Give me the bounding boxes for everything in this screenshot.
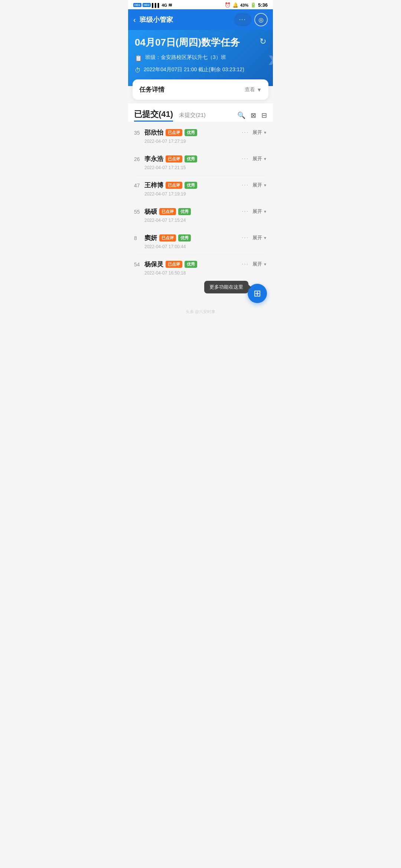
task-detail-title: 任务详情: [139, 85, 164, 94]
expand-arrow-icon: ▼: [263, 262, 267, 266]
badge-reviewed: 已点评: [166, 155, 182, 162]
tab-submitted[interactable]: 已提交(41): [134, 109, 173, 122]
student-number: 54: [134, 262, 142, 267]
student-time: 2022-04-07 16:50:18: [134, 270, 242, 276]
student-left: 26 李永浩 已点评 优秀 2022-04-07 17:21:15: [134, 155, 242, 170]
view-label: 查看: [245, 86, 255, 93]
student-right: ··· 展开 ▼: [242, 181, 267, 188]
student-name: 王梓博: [144, 181, 163, 190]
more-dots-button[interactable]: ···: [242, 182, 249, 188]
tab-unsubmitted[interactable]: 未提交(21): [179, 112, 206, 119]
expand-arrow-icon: ▼: [263, 131, 267, 135]
student-name-row: 54 杨保灵 已点评 优秀: [134, 260, 242, 269]
student-name-row: 47 王梓博 已点评 优秀: [134, 181, 242, 190]
deadline-row: ⏱ 2022年04月07日 21:00 截止(剩余 03:23:12): [135, 66, 266, 75]
signal-strength: ▌▌▌: [152, 3, 160, 7]
student-number: 55: [134, 209, 142, 215]
student-item: 35 邵欣怡 已点评 优秀 2022-04-07 17:27:19 ··· 展开…: [134, 123, 267, 149]
badge-reviewed: 已点评: [159, 208, 176, 215]
expand-button[interactable]: 展开 ▼: [252, 182, 267, 188]
badge-reviewed: 已点评: [159, 234, 176, 241]
more-dots-button[interactable]: ···: [242, 234, 249, 241]
student-right: ··· 展开 ▼: [242, 207, 267, 215]
student-time: 2022-04-07 17:15:24: [134, 218, 242, 223]
student-name-row: 55 杨硕 已点评 优秀: [134, 207, 242, 216]
hero-title: 04月07日(周四)数学任务: [135, 37, 266, 48]
expand-button[interactable]: 展开 ▼: [252, 155, 267, 162]
bell-icon: 🔔: [232, 2, 238, 8]
student-time: 2022-04-07 17:27:19: [134, 139, 242, 144]
student-time: 2022-04-07 17:21:15: [134, 165, 242, 170]
tabs-row: 已提交(41) 未提交(21) 🔍 ⊠ ⊟: [134, 109, 267, 122]
class-text: 班级：金安路校区茅以升七（3）班: [145, 53, 226, 61]
student-right: ··· 展开 ▼: [242, 234, 267, 241]
expand-button[interactable]: 展开 ▼: [252, 261, 267, 267]
clock-icon: ⏱: [135, 66, 141, 75]
badge-excellent: 优秀: [178, 208, 191, 215]
fab-icon: ⊞: [254, 288, 261, 299]
student-number: 47: [134, 183, 142, 188]
more-dots-button[interactable]: ···: [242, 261, 249, 267]
battery-icon: 🔋: [250, 2, 256, 8]
student-item: 26 李永浩 已点评 优秀 2022-04-07 17:21:15 ··· 展开…: [134, 149, 267, 176]
nav-actions: ··· ◎: [234, 13, 268, 26]
time-display: 5:36: [258, 2, 268, 8]
sort-icon[interactable]: ⊟: [261, 111, 267, 119]
signal-type: 4G: [162, 3, 167, 7]
task-detail-card: 任务详情 查看 ▼: [133, 79, 268, 100]
student-name-row: 8 窦妍 已点评 优秀: [134, 234, 242, 242]
more-button[interactable]: ···: [234, 13, 251, 26]
student-left: 47 王梓博 已点评 优秀 2022-04-07 17:19:19: [134, 181, 242, 197]
more-dots-button[interactable]: ···: [242, 129, 249, 136]
student-time: 2022-04-07 17:00:44: [134, 244, 242, 249]
student-name: 李永浩: [144, 155, 163, 163]
student-left: 54 杨保灵 已点评 优秀 2022-04-07 16:50:18: [134, 260, 242, 276]
student-right: ··· 展开 ▼: [242, 260, 267, 267]
student-name: 杨保灵: [144, 260, 163, 269]
task-detail-action[interactable]: 查看 ▼: [245, 86, 262, 93]
list-section: 已提交(41) 未提交(21) 🔍 ⊠ ⊟: [128, 103, 273, 122]
refresh-icon[interactable]: ↻: [260, 37, 266, 46]
student-right: ··· 展开 ▼: [242, 155, 267, 162]
battery-percent: 43%: [240, 3, 248, 7]
more-dots-button[interactable]: ···: [242, 155, 249, 162]
class-row: 📋 班级：金安路校区茅以升七（3）班: [135, 53, 266, 63]
status-left: HD1 HD2 ▌▌▌ 4G ≋: [133, 2, 172, 8]
badge-excellent: 优秀: [178, 234, 191, 241]
back-button[interactable]: ‹: [133, 16, 136, 24]
expand-button[interactable]: 展开 ▼: [252, 129, 267, 136]
badge-reviewed: 已点评: [166, 261, 182, 268]
student-number: 26: [134, 156, 142, 162]
tooltip-bubble: 更多功能在这里: [204, 281, 248, 293]
status-bar: HD1 HD2 ▌▌▌ 4G ≋ ⏰ 🔔 43% 🔋 5:36: [128, 0, 273, 9]
expand-arrow-icon: ▼: [263, 183, 267, 187]
camera-icon: ◎: [258, 16, 264, 23]
student-item: 47 王梓博 已点评 优秀 2022-04-07 17:19:19 ··· 展开…: [134, 176, 267, 202]
view-arrow-icon: ▼: [257, 87, 262, 93]
student-right: ··· 展开 ▼: [242, 128, 267, 136]
badge-excellent: 优秀: [185, 155, 197, 162]
hd1-badge: HD1: [133, 3, 141, 7]
tab-actions: 🔍 ⊠ ⊟: [237, 111, 267, 119]
student-name: 邵欣怡: [144, 128, 163, 137]
nav-title: 班级小管家: [140, 15, 230, 24]
more-dots-button[interactable]: ···: [242, 208, 249, 215]
expand-arrow-icon: ▼: [263, 157, 267, 161]
alarm-icon: ⏰: [225, 2, 231, 8]
hd2-badge: HD2: [143, 3, 151, 7]
hero-section: 04月07日(周四)数学任务 ↻ › 📋 班级：金安路校区茅以升七（3）班 ⏱ …: [128, 30, 273, 86]
class-icon: 📋: [135, 54, 142, 63]
search-icon[interactable]: 🔍: [237, 111, 245, 119]
expand-button[interactable]: 展开 ▼: [252, 208, 267, 215]
student-name-row: 35 邵欣怡 已点评 优秀: [134, 128, 242, 137]
filter-icon[interactable]: ⊠: [251, 111, 256, 119]
expand-arrow-icon: ▼: [263, 236, 267, 240]
expand-button[interactable]: 展开 ▼: [252, 234, 267, 241]
badge-excellent: 优秀: [185, 261, 197, 268]
hero-info: 📋 班级：金安路校区茅以升七（3）班 ⏱ 2022年04月07日 21:00 截…: [135, 53, 266, 75]
badge-excellent: 优秀: [185, 129, 197, 136]
camera-button[interactable]: ◎: [254, 13, 268, 26]
expand-label: 展开: [252, 208, 262, 215]
student-name-row: 26 李永浩 已点评 优秀: [134, 155, 242, 163]
fab-row: 更多功能在这里 ⊞: [128, 281, 273, 306]
